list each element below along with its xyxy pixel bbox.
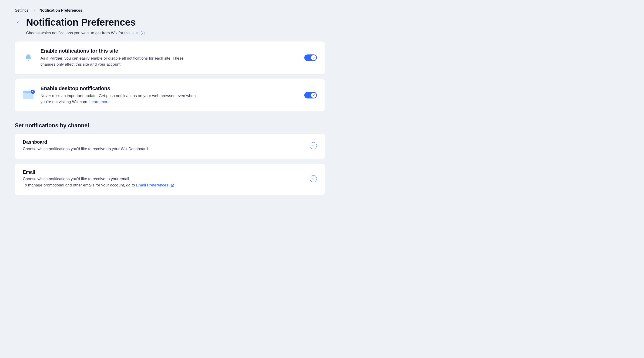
breadcrumb-current: Notification Preferences [40, 8, 82, 13]
desktop-notifications-toggle[interactable] [304, 92, 317, 99]
card-desktop-notifications: Enable desktop notifications Never miss … [15, 79, 325, 112]
learn-more-link[interactable]: Learn more [89, 100, 110, 104]
chevron-right-icon [32, 9, 35, 12]
channel-desc: Choose which notifications you'd like to… [23, 146, 304, 152]
back-button[interactable] [15, 19, 21, 25]
card-title: Enable desktop notifications [40, 85, 298, 92]
section-heading-channels: Set notifications by channel [15, 122, 325, 129]
breadcrumb: Settings Notification Preferences [15, 8, 325, 13]
card-desc: As a Partner, you can easily enable or d… [40, 55, 199, 68]
breadcrumb-settings[interactable]: Settings [15, 8, 28, 13]
page-subtitle: Choose which notifications you want to g… [26, 31, 139, 35]
card-title: Enable notifications for this site [40, 48, 298, 54]
check-icon [311, 55, 316, 60]
email-preferences-link[interactable]: Email Preferences [136, 183, 168, 187]
chevron-down-icon[interactable] [310, 142, 317, 149]
card-desc: Never miss an important update. Get push… [40, 93, 199, 105]
browser-notification-icon [23, 90, 34, 101]
channel-title: Dashboard [23, 139, 304, 145]
external-link-icon [171, 184, 174, 187]
chevron-down-icon[interactable] [310, 175, 317, 182]
info-icon[interactable]: i [141, 31, 145, 35]
channel-title: Email [23, 169, 304, 175]
channel-card-email[interactable]: Email Choose which notifications you'd l… [15, 164, 325, 195]
site-notifications-toggle[interactable] [304, 55, 317, 61]
page-title: Notification Preferences [26, 17, 136, 28]
bell-icon [23, 52, 34, 63]
check-icon [311, 93, 316, 98]
channel-desc: Choose which notifications you'd like to… [23, 176, 304, 188]
card-site-notifications: Enable notifications for this site As a … [15, 42, 325, 74]
svg-point-0 [32, 92, 33, 92]
channel-card-dashboard[interactable]: Dashboard Choose which notifications you… [15, 134, 325, 159]
